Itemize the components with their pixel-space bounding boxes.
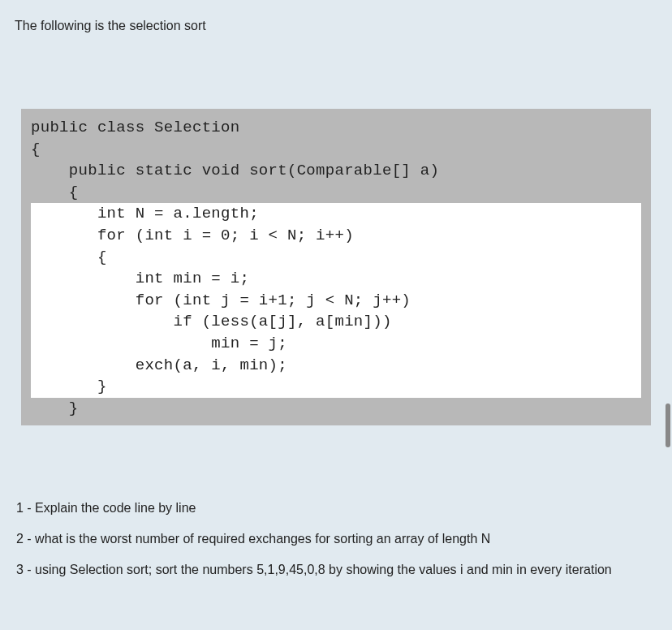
code-block: public class Selection { public static v…: [21, 109, 651, 425]
code-line: {: [31, 139, 641, 161]
code-line: exch(a, i, min);: [31, 355, 641, 377]
code-line: for (int j = i+1; j < N; j++): [31, 290, 641, 312]
code-line: int min = i;: [31, 268, 641, 290]
code-line: public class Selection: [31, 117, 641, 139]
intro-text: The following is the selection sort: [15, 16, 657, 36]
code-line: for (int i = 0; i < N; i++): [31, 225, 641, 247]
code-line: public static void sort(Comparable[] a): [31, 160, 641, 182]
questions-section: 1 - Explain the code line by line 2 - wh…: [15, 498, 657, 580]
code-line: }: [31, 376, 641, 398]
question-1: 1 - Explain the code line by line: [16, 498, 656, 518]
code-line: {: [31, 247, 641, 269]
code-line: {: [31, 182, 641, 204]
code-line: }: [31, 398, 641, 420]
scrollbar-thumb[interactable]: [666, 403, 670, 447]
code-line: int N = a.length;: [31, 203, 641, 225]
code-highlight-region: int N = a.length; for (int i = 0; i < N;…: [31, 203, 641, 397]
question-3: 3 - using Selection sort; sort the numbe…: [16, 560, 656, 580]
question-2: 2 - what is the worst number of required…: [16, 529, 656, 549]
code-line: min = j;: [31, 333, 641, 355]
code-line: if (less(a[j], a[min])): [31, 311, 641, 333]
